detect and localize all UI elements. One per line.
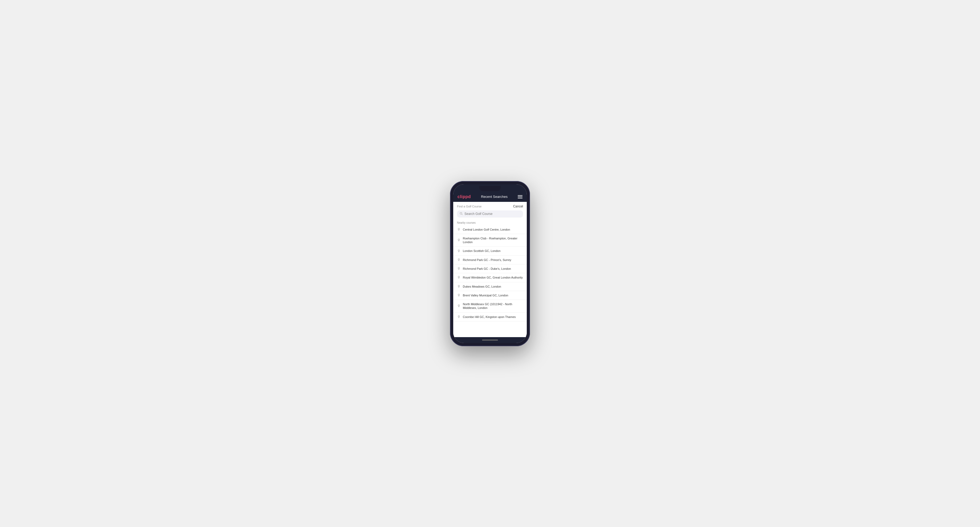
course-list-item[interactable]: Dukes Meadows GC, London [453, 282, 527, 291]
svg-point-6 [458, 268, 459, 268]
find-title: Find a Golf Course [457, 205, 482, 208]
menu-button[interactable] [518, 195, 522, 198]
course-list-item[interactable]: North Middlesex GC (1011942 - North Midd… [453, 300, 527, 313]
phone-device: clippd Recent Searches Find a Golf Cours… [450, 181, 530, 346]
cancel-button[interactable]: Cancel [513, 205, 523, 208]
course-list-item[interactable]: Richmond Park GC - Prince's, Surrey [453, 256, 527, 264]
svg-point-7 [458, 277, 459, 278]
pin-icon [457, 294, 461, 297]
svg-point-3 [458, 239, 459, 240]
nearby-section-label: Nearby courses [453, 220, 527, 225]
svg-point-8 [458, 286, 459, 286]
course-name: Roehampton Club - Roehampton, Greater Lo… [463, 237, 523, 244]
main-content: Find a Golf Course Cancel Nearby [453, 202, 527, 337]
phone-screen: clippd Recent Searches Find a Golf Cours… [453, 184, 527, 343]
svg-point-11 [458, 316, 459, 317]
pin-icon [457, 267, 461, 271]
notch-area [453, 184, 527, 192]
course-name: Dukes Meadows GC, London [463, 285, 501, 288]
course-list-item[interactable]: Royal Wimbledon GC, Great London Authori… [453, 273, 527, 282]
home-indicator-area [453, 337, 527, 343]
course-name: North Middlesex GC (1011942 - North Midd… [463, 302, 523, 310]
pin-icon [457, 249, 461, 253]
svg-point-5 [458, 259, 459, 260]
course-list-item[interactable]: Central London Golf Centre, London [453, 225, 527, 234]
svg-line-1 [462, 214, 463, 214]
course-list-item[interactable]: Roehampton Club - Roehampton, Greater Lo… [453, 234, 527, 247]
course-name: Brent Valley Municipal GC, London [463, 294, 508, 297]
svg-point-9 [458, 294, 459, 295]
menu-bar-2 [518, 197, 522, 197]
search-icon [460, 212, 463, 216]
pin-icon [457, 315, 461, 319]
pin-icon [457, 276, 461, 279]
pin-icon [457, 258, 461, 262]
course-name: London Scottish GC, London [463, 249, 500, 253]
course-list-item[interactable]: Richmond Park GC - Duke's, London [453, 264, 527, 273]
courses-section: Nearby courses Central London Golf Centr… [453, 220, 527, 337]
course-name: Richmond Park GC - Prince's, Surrey [463, 258, 511, 262]
header-title: Recent Searches [481, 195, 508, 198]
search-input-wrapper [457, 210, 523, 217]
menu-bar-3 [518, 198, 522, 198]
search-input[interactable] [465, 212, 520, 216]
svg-point-4 [458, 250, 459, 251]
courses-list: Central London Golf Centre, London Roeha… [453, 225, 527, 322]
svg-point-10 [458, 305, 459, 306]
pin-icon [457, 285, 461, 288]
svg-point-2 [458, 229, 459, 229]
app-logo: clippd [458, 194, 471, 199]
search-container [453, 210, 527, 220]
course-list-item[interactable]: Coombe Hill GC, Kingston upon Thames [453, 313, 527, 321]
pin-icon [457, 228, 461, 232]
pin-icon [457, 238, 461, 242]
menu-bar-1 [518, 195, 522, 196]
app-header: clippd Recent Searches [453, 192, 527, 202]
notch [479, 186, 501, 191]
course-list-item[interactable]: London Scottish GC, London [453, 247, 527, 256]
find-header: Find a Golf Course Cancel [453, 202, 527, 210]
course-name: Coombe Hill GC, Kingston upon Thames [463, 315, 516, 319]
course-name: Royal Wimbledon GC, Great London Authori… [463, 276, 523, 279]
course-name: Central London Golf Centre, London [463, 228, 510, 232]
home-indicator [482, 340, 498, 341]
pin-icon [457, 304, 461, 308]
course-list-item[interactable]: Brent Valley Municipal GC, London [453, 291, 527, 300]
course-name: Richmond Park GC - Duke's, London [463, 267, 511, 271]
